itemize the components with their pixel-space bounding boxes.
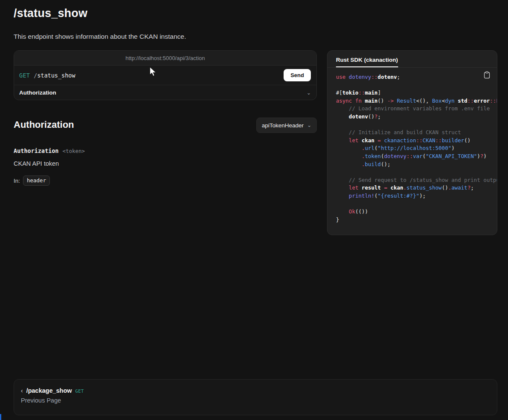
- page: /status_show This endpoint shows informa…: [0, 0, 508, 420]
- tab-rust-sdk[interactable]: Rust SDK (ckanaction): [336, 57, 398, 67]
- code-line: .token(dotenvy::var("CKAN_API_TOKEN")?): [336, 152, 497, 161]
- code-line: .url("http://localhost:5000"): [336, 144, 497, 152]
- request-card: http://localhost:5000/api/3/action GET /…: [14, 50, 317, 100]
- request-path: /status_show: [34, 72, 75, 79]
- authorization-row-label: Authorization: [19, 89, 56, 96]
- auth-param-name: Authorization: [14, 147, 59, 154]
- clipboard-icon[interactable]: [484, 71, 490, 80]
- method-badge: GET: [19, 72, 30, 79]
- chevron-down-icon[interactable]: ⌄: [307, 90, 311, 96]
- code-line: let ckan = ckanaction::CKAN::builder(): [336, 137, 497, 145]
- auth-in-row: In: header: [14, 175, 50, 186]
- previous-page-title: /package_show: [26, 387, 72, 394]
- code-tabs: Rust SDK (ckanaction): [327, 51, 497, 68]
- code-line: #[tokio::main]: [336, 89, 497, 97]
- previous-page-method-badge: GET: [75, 388, 84, 394]
- auth-scheme-select[interactable]: apiTokenHeader ⌄: [256, 118, 317, 133]
- code-line: }: [336, 216, 497, 224]
- base-url: http://localhost:5000/api/3/action: [126, 55, 205, 61]
- code-line: use dotenvy::dotenv;: [336, 73, 497, 81]
- auth-scheme-value: apiTokenHeader: [262, 122, 304, 129]
- authorization-collapsible-row[interactable]: Authorization ⌄: [14, 85, 316, 100]
- code-line: [336, 200, 497, 208]
- base-url-bar: http://localhost:5000/api/3/action: [14, 51, 316, 66]
- page-title: /status_show: [14, 7, 87, 20]
- code-line: // Send request to /status_show and prin…: [336, 176, 497, 184]
- chevron-left-icon: ‹: [21, 387, 23, 394]
- code-area: use dotenvy::dotenv; #[tokio::main]async…: [327, 68, 497, 232]
- in-label: In:: [14, 178, 20, 184]
- authorization-heading: Authorization: [14, 119, 74, 130]
- code-line: [336, 168, 497, 176]
- code-line: println!("{result:#?}");: [336, 192, 497, 200]
- auth-param-description: CKAN API token: [14, 160, 59, 167]
- code-example-panel: Rust SDK (ckanaction) use dotenvy::doten…: [327, 50, 497, 235]
- previous-page-card[interactable]: ‹ /package_show GET Previous Page: [14, 379, 497, 415]
- code-block: use dotenvy::dotenv; #[tokio::main]async…: [336, 73, 497, 224]
- code-line: [336, 121, 497, 129]
- code-line: Ok(()): [336, 208, 497, 216]
- code-line: [336, 81, 497, 89]
- previous-page-titlerow: ‹ /package_show GET: [21, 387, 490, 394]
- send-button[interactable]: Send: [284, 69, 311, 81]
- code-line: // Load environment variables from .env …: [336, 105, 497, 113]
- code-line: .build();: [336, 161, 497, 169]
- previous-page-label: Previous Page: [21, 397, 490, 404]
- in-value-badge: header: [23, 175, 50, 186]
- code-line: // Initialize and build CKAN struct: [336, 129, 497, 137]
- scroll-accent-tick: [0, 414, 1, 420]
- auth-param-type: <token>: [63, 148, 85, 154]
- auth-param-row: Authorization <token>: [14, 147, 85, 154]
- code-line: async fn main() -> Result<(), Box<dyn st…: [336, 97, 497, 105]
- code-line: let result = ckan.status_show().await?;: [336, 184, 497, 192]
- chevron-down-icon: ⌄: [307, 122, 311, 128]
- code-line: dotenv()?;: [336, 113, 497, 121]
- page-description: This endpoint shows information about th…: [14, 33, 186, 40]
- request-row: GET /status_show Send: [14, 66, 316, 85]
